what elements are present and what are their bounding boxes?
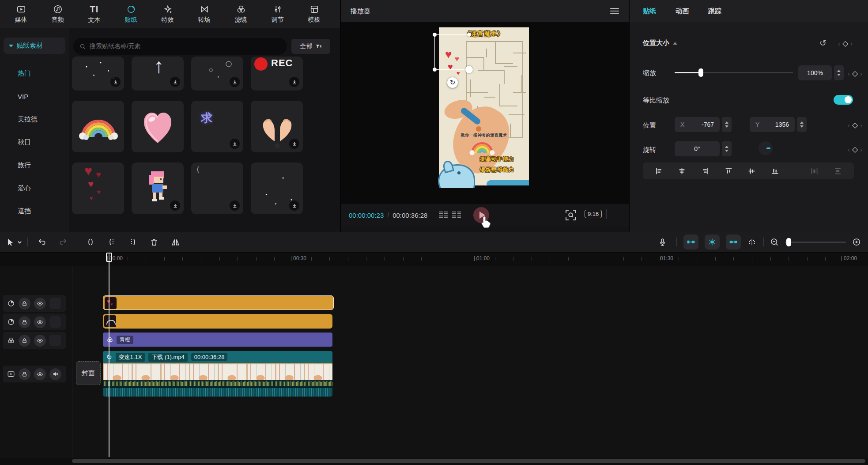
sticker-item-white-dots[interactable]	[251, 163, 303, 214]
section-position-size[interactable]: 位置大小	[643, 39, 677, 47]
sidebar-item-autumn[interactable]: 秋日	[0, 131, 69, 154]
download-icon[interactable]	[289, 200, 299, 211]
playhead-handle[interactable]	[106, 253, 112, 262]
mirror-icon[interactable]	[171, 238, 180, 247]
sticker-item-hand-heart[interactable]	[251, 101, 303, 152]
position-keyframe[interactable]: ‹◇›	[848, 121, 862, 130]
redo-icon[interactable]	[59, 238, 68, 246]
sticker-item-qiu-text[interactable]: 求	[191, 101, 243, 152]
preview-layout-icon[interactable]	[452, 212, 461, 219]
preview-quality-icon[interactable]	[439, 212, 448, 219]
playhead-line[interactable]	[109, 253, 109, 457]
rotation-stepper[interactable]	[722, 141, 732, 156]
sticker-filter-button[interactable]: 全部	[291, 39, 330, 54]
rotation-keyframe[interactable]: ‹◇›	[848, 145, 862, 154]
sidebar-item-vip[interactable]: VIP	[0, 85, 69, 108]
link-toggle-icon[interactable]	[726, 234, 741, 250]
selection-handle[interactable]	[433, 68, 437, 72]
scale-value-box[interactable]: 100%	[798, 65, 832, 80]
tab-filter[interactable]: 滤镜	[223, 4, 259, 24]
tab-transition[interactable]: 转场	[186, 4, 223, 24]
sidebar-item-maillard[interactable]: 美拉德	[0, 108, 69, 131]
align-left-icon[interactable]	[655, 167, 663, 175]
timeline-zoom-out-icon[interactable]	[770, 238, 779, 246]
uniform-scale-toggle[interactable]	[834, 95, 853, 105]
eye-icon[interactable]	[34, 298, 46, 310]
auto-preview-toggle-icon[interactable]	[705, 234, 720, 250]
filter-clip[interactable]: 青橙	[103, 333, 332, 347]
sticker-item-hearts-cluster[interactable]: ♥ ♥ ♥ ♥ ♥	[72, 163, 124, 214]
sticker-item-bubbles[interactable]	[191, 57, 243, 91]
sticker-item-rainbow[interactable]	[72, 101, 124, 152]
trim-left-icon[interactable]	[107, 238, 116, 246]
lock-icon[interactable]	[19, 335, 30, 347]
eye-icon[interactable]	[34, 316, 46, 328]
record-voiceover-icon[interactable]	[658, 238, 667, 246]
speaker-icon[interactable]	[49, 368, 61, 380]
tab-sticker[interactable]: 贴纸	[113, 4, 149, 24]
distribute-vertical-icon[interactable]	[834, 167, 842, 175]
tab-effects[interactable]: 特效	[149, 4, 186, 24]
position-x-stepper[interactable]	[722, 117, 732, 132]
sidebar-item-travel[interactable]: 旅行	[0, 154, 69, 177]
tab-text[interactable]: TI 文本	[76, 4, 113, 24]
tab-template[interactable]: 模板	[296, 4, 332, 24]
sidebar-item-love[interactable]: 爱心	[0, 177, 69, 200]
align-center-horizontal-icon[interactable]	[678, 167, 686, 175]
timeline-zoom-slider[interactable]	[785, 242, 846, 243]
download-icon[interactable]	[230, 77, 240, 87]
tab-media[interactable]: 媒体	[3, 4, 39, 24]
preview-zoom-icon[interactable]	[565, 209, 577, 221]
download-icon[interactable]	[170, 200, 180, 211]
tab-animation[interactable]: 动画	[676, 7, 689, 15]
horizontal-scrollbar[interactable]	[72, 459, 865, 463]
sidebar-item-cover[interactable]: 遮挡	[0, 200, 69, 223]
rotation-dial[interactable]	[759, 141, 773, 155]
slider-knob[interactable]	[786, 238, 791, 246]
sticker-item-sparkle[interactable]: ⟨	[191, 163, 243, 214]
undo-icon[interactable]	[38, 238, 46, 246]
split-icon[interactable]	[86, 238, 95, 246]
sticker-search-input[interactable]: 搜索贴纸名称/元素	[73, 38, 287, 55]
sticker-group-header[interactable]: 贴纸素材	[4, 38, 65, 54]
sidebar-item-hot[interactable]: 热门	[0, 62, 69, 85]
sticker-selection-box[interactable]: ↻	[434, 34, 469, 70]
video-clip[interactable]: ↻ 变速1.1X 下载 (1).mp4 00:00:36:28	[103, 351, 332, 397]
position-x-input[interactable]: X -767	[675, 117, 720, 132]
sticker-clip-selected[interactable]: ♥ ♥	[103, 295, 334, 310]
lock-icon[interactable]	[19, 316, 30, 328]
tab-audio[interactable]: 音频	[39, 4, 76, 24]
position-y-input[interactable]: Y 1356	[750, 117, 795, 132]
eye-icon[interactable]	[34, 335, 46, 347]
scale-keyframe[interactable]: ‹◇›	[848, 69, 862, 78]
player-menu-icon[interactable]	[610, 8, 619, 14]
keyframe-control[interactable]: ‹◇›	[838, 39, 853, 48]
preview-axis-icon[interactable]	[747, 238, 756, 246]
video-preview[interactable]: 《迷宫魔术》 ♥ ♥ ♥ ♥ ♥	[439, 27, 529, 185]
sticker-item-pixel-girl[interactable]	[132, 163, 184, 214]
sticker-item-rec[interactable]: REC	[251, 57, 303, 91]
download-icon[interactable]	[170, 77, 180, 87]
timeline-zoom-in-icon[interactable]	[852, 238, 861, 246]
tab-tracking[interactable]: 跟踪	[708, 7, 721, 15]
selection-scale-handle[interactable]	[465, 66, 473, 73]
reset-icon[interactable]: ↺	[819, 38, 826, 48]
sticker-item-glossy-heart[interactable]	[132, 101, 184, 152]
rotation-input[interactable]: 0°	[675, 141, 720, 156]
selection-handle[interactable]	[433, 33, 437, 37]
download-icon[interactable]	[230, 139, 240, 149]
cover-button[interactable]: 封面	[76, 361, 101, 385]
download-icon[interactable]	[289, 139, 299, 149]
tab-adjust[interactable]: 调节	[259, 4, 296, 24]
snap-toggle-icon[interactable]	[683, 234, 698, 250]
align-center-vertical-icon[interactable]	[748, 167, 755, 175]
lock-icon[interactable]	[19, 368, 30, 380]
scale-stepper[interactable]	[834, 65, 844, 80]
download-icon[interactable]	[110, 77, 121, 87]
sticker-item-sparkle-dots[interactable]	[72, 57, 124, 91]
eye-icon[interactable]	[34, 368, 46, 380]
delete-icon[interactable]	[150, 238, 159, 246]
trim-right-icon[interactable]	[128, 238, 137, 246]
sticker-clip-rainbow[interactable]	[103, 314, 332, 329]
scale-slider[interactable]	[675, 72, 793, 73]
